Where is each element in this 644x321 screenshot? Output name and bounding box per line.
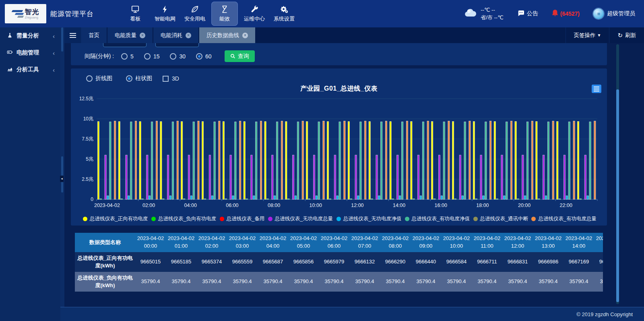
tab-operations-dropdown[interactable]: 页签操作▼ (566, 27, 609, 43)
search-icon (230, 54, 235, 59)
interval-radio-30[interactable]: 30 (170, 53, 186, 60)
nav-item-dashboard[interactable]: 看板 (122, 2, 149, 26)
legend-dot-icon (220, 217, 224, 221)
tab-label: 电能消耗 (161, 32, 182, 39)
radio-icon (170, 53, 176, 60)
query-filter-panel: 间隔(分钟) : 5153060 查询 (71, 43, 607, 65)
nav-item-smart-grid[interactable]: 智能电网 (152, 2, 178, 26)
table-cell: 9665979 (319, 252, 349, 272)
footer: © 2019 zgzdh Copyright (60, 307, 644, 321)
legend-item[interactable]: 总进线仪表_负向有功电度 (151, 215, 216, 222)
notification-button[interactable]: (64527) (552, 9, 580, 18)
nav-item-energy-eff[interactable]: 能效 (211, 2, 238, 26)
table-header-cell: 2023-04-0201:00 (166, 233, 196, 252)
radio-icon (144, 53, 151, 60)
date-to-input[interactable] (155, 43, 199, 47)
legend-dot-icon (268, 217, 272, 221)
data-table: 数据类型名称2023-04-0200:002023-04-0201:002023… (75, 233, 603, 292)
close-icon[interactable]: × (186, 33, 191, 38)
checkbox-icon (163, 76, 169, 82)
legend-item[interactable]: 总进线仪表_无功电度总量 (268, 215, 333, 222)
table-header-cell: 2023-04-0202:00 (196, 233, 227, 252)
date-from-input[interactable] (103, 43, 147, 47)
legend-item[interactable]: 总进线仪表_有功电度总量 (531, 215, 596, 222)
sidebar-item-analysis-tools[interactable]: 分析工具‹ (0, 61, 60, 78)
legend-item[interactable]: 总进线仪表_无功电度净值 (336, 215, 401, 222)
table-cell: 35790.4 (319, 272, 349, 292)
sidebar-item-energy-management[interactable]: 电能管理‹ (0, 44, 60, 61)
scrollbar-thumb[interactable] (616, 89, 619, 302)
brand-logo[interactable]: 智光 Zhiguang (5, 4, 46, 23)
tab-home[interactable]: 首页 (81, 27, 107, 43)
interval-radio-15[interactable]: 15 (144, 53, 160, 60)
table-cell: 35790.4 (288, 272, 319, 292)
svg-text:16:00: 16:00 (435, 203, 447, 208)
legend-item[interactable]: 总进线仪表_有功电度净值 (405, 215, 470, 222)
chart-toolbox-menu-icon[interactable] (592, 85, 601, 93)
tab-power-usage[interactable]: 电能消耗× (153, 27, 199, 43)
row-name-cell: 总进线仪表_正向有功电度(kWh) (75, 252, 135, 272)
interval-radio-60[interactable]: 60 (196, 53, 212, 60)
radio-icon (121, 53, 128, 60)
svg-text:12:00: 12:00 (351, 203, 363, 208)
logo-zh: 智光 (25, 8, 39, 16)
sidebar-item-demand-analysis[interactable]: 需量分析‹ (0, 27, 60, 44)
dashboard-icon (130, 5, 140, 14)
chart-type-options: 折线图柱状图3D (71, 73, 607, 84)
chart-panel: 折线图柱状图3D 产业园_G01_总进线_仪表 02.5兆5兆7.5兆10兆12… (71, 68, 607, 226)
table-cell: 35790.4 (227, 272, 258, 292)
legend-item[interactable]: 总进线仪表_备用 (220, 215, 264, 222)
refresh-icon: ↻ (617, 32, 623, 39)
legend-dot-icon (151, 217, 156, 221)
query-button[interactable]: 查询 (225, 50, 255, 62)
hamburger-menu-icon[interactable] (64, 27, 81, 43)
smart-grid-icon (160, 5, 170, 14)
user-menu[interactable]: ≡ 超级管理员 (593, 8, 635, 19)
table-cell: 9665856 (288, 252, 319, 272)
legend-item[interactable]: 总进线仪表_通讯中断 (473, 215, 528, 222)
announcement-button[interactable]: 公告 (517, 10, 538, 18)
nav-item-label: 运维中心 (244, 15, 265, 23)
interval-label: 间隔(分钟) : (85, 53, 114, 60)
svg-text:22:00: 22:00 (560, 203, 572, 208)
table-cell: 9665687 (258, 252, 288, 272)
refresh-button[interactable]: ↻刷新 (609, 27, 644, 43)
sidebar-scrollbar[interactable] (60, 27, 64, 307)
table-cell: 9667169 (564, 252, 594, 272)
bell-icon (552, 9, 558, 18)
chart-type-radio-柱状图[interactable]: 柱状图 (126, 75, 152, 82)
sidebar-collapse-handle[interactable]: ◄ (60, 176, 64, 182)
nav-item-ops-center[interactable]: 运维中心 (241, 2, 268, 26)
3d-checkbox[interactable]: 3D (163, 75, 179, 82)
table-header-cell: 数据类型名称 (75, 233, 135, 252)
notification-count: (64527) (560, 10, 580, 17)
table-cell: 9665015 (135, 252, 166, 272)
nav-item-system-setting[interactable]: 系统设置 (271, 2, 297, 26)
hourglass-icon (220, 5, 229, 14)
interval-radio-group: 5153060 (118, 53, 212, 60)
legend-item[interactable]: 总进线仪表_正向有功电度 (83, 215, 148, 222)
table-header-cell: 2023-04-0209:00 (411, 233, 441, 252)
table-cell: 9665185 (166, 252, 196, 272)
table-header-cell: 2023-04-0214:00 (564, 233, 594, 252)
tab-power-quality[interactable]: 电能质量× (107, 27, 153, 43)
nav-item-safe-power[interactable]: 安全用电 (182, 2, 208, 26)
table-cell: 9666584 (441, 252, 472, 272)
svg-text:20:00: 20:00 (518, 203, 530, 208)
table-cell: 35790.4 (594, 272, 603, 292)
avatar: ≡ (593, 8, 604, 19)
table-cell: 9666986 (533, 252, 564, 272)
chart-type-radio-折线图[interactable]: 折线图 (86, 75, 112, 82)
table-row: 总进线仪表_正向有功电度(kWh)96650159665185966537496… (75, 252, 603, 272)
table-cell: 9666290 (380, 252, 411, 272)
zhiguang-logo-icon (12, 10, 23, 18)
close-icon[interactable]: × (242, 33, 248, 38)
svg-text:08:00: 08:00 (268, 203, 280, 208)
tab-history-curve[interactable]: 历史数据曲线× (199, 27, 256, 43)
interval-radio-5[interactable]: 5 (121, 53, 134, 60)
table-cell: 9665559 (227, 252, 258, 272)
table-cell: 9667350 (594, 252, 603, 272)
wrench-icon (250, 5, 259, 14)
close-icon[interactable]: × (140, 33, 145, 38)
content-viewport: 间隔(分钟) : 5153060 查询 折线图柱状图3D 产业园_G01_总进线… (64, 43, 613, 307)
